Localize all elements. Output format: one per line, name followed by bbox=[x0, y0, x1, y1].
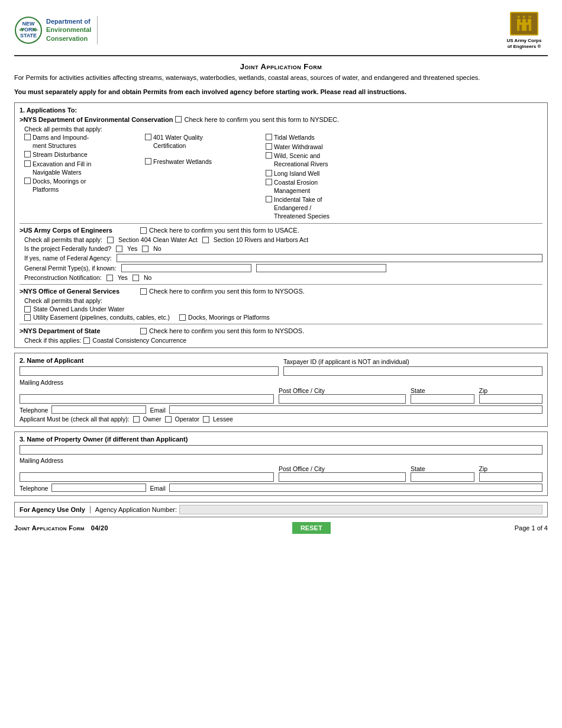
owner-zip-col: Zip bbox=[479, 464, 543, 482]
svg-rect-8 bbox=[522, 19, 526, 25]
nysdec-confirm-text: Check here to confirm you sent this form… bbox=[175, 116, 542, 123]
state-input[interactable] bbox=[411, 394, 474, 404]
nysogs-permits-label: Check all permits that apply: bbox=[24, 297, 542, 304]
form-notice: You must separately apply for and obtain… bbox=[14, 88, 548, 96]
owner-state-col: State bbox=[411, 464, 474, 482]
permit-401: 401 Water QualityCertification bbox=[145, 134, 263, 150]
svg-rect-10 bbox=[519, 25, 522, 31]
permit-stream-checkbox[interactable] bbox=[24, 151, 31, 157]
section-2-title: 2. Name of Applicant bbox=[20, 357, 279, 364]
owner-state-input[interactable] bbox=[411, 472, 474, 482]
usace-row: >US Army Corps of Engineers Check here t… bbox=[20, 227, 542, 234]
permit-tidal: Tidal Wetlands bbox=[266, 134, 384, 142]
permit-401-checkbox[interactable] bbox=[145, 134, 151, 140]
nysdos-confirm-checkbox[interactable] bbox=[140, 328, 147, 334]
permit-tidal-checkbox[interactable] bbox=[266, 134, 272, 140]
usace-confirm-checkbox[interactable] bbox=[140, 227, 147, 234]
telephone-input[interactable] bbox=[51, 405, 146, 414]
taxpayer-id-input[interactable] bbox=[283, 366, 542, 376]
applicant-name-row: 2. Name of Applicant Taxpayer ID (if app… bbox=[20, 357, 542, 377]
nysdec-confirm-checkbox[interactable] bbox=[175, 116, 182, 123]
zip-col: Zip bbox=[479, 386, 543, 404]
owner-post-office-input[interactable] bbox=[279, 472, 406, 482]
permit-ww-checkbox[interactable] bbox=[266, 143, 272, 150]
owner-email-input[interactable] bbox=[169, 484, 542, 492]
divider-2 bbox=[20, 284, 542, 285]
usace-details: Check all permits that apply: Section 40… bbox=[24, 236, 542, 281]
permit-liwell-checkbox[interactable] bbox=[266, 170, 272, 176]
owner-telephone-input[interactable] bbox=[51, 484, 146, 492]
header: NEW YORK STATE Department of Environment… bbox=[14, 11, 548, 56]
permit-col-3: Tidal Wetlands Water Withdrawal Wild, Sc… bbox=[266, 134, 384, 220]
permit-incidental-checkbox[interactable] bbox=[266, 196, 272, 202]
permit-docks-checkbox[interactable] bbox=[24, 178, 31, 184]
nysogs-permit3-checkbox[interactable] bbox=[179, 314, 186, 321]
permit-wild-checkbox[interactable] bbox=[266, 152, 272, 159]
lessee-checkbox[interactable] bbox=[203, 416, 209, 423]
general-permit-row: General Permit Type(s), if known: bbox=[24, 264, 542, 272]
post-office-input[interactable] bbox=[279, 394, 406, 404]
nysogs-permit2-checkbox[interactable] bbox=[24, 314, 31, 321]
section-1-title: 1. Applications To: bbox=[20, 107, 542, 114]
usace-label: >US Army Corps of Engineers bbox=[20, 227, 138, 234]
federally-funded-row: Is the project Federally funded? Yes No bbox=[24, 245, 542, 252]
permit-excavation-checkbox[interactable] bbox=[24, 160, 31, 167]
applicant-name-input[interactable] bbox=[20, 366, 279, 376]
permit-li-incidental-row: Long Island Well bbox=[266, 170, 384, 178]
bottom-bar: Joint Application Form 04/20 RESET Page … bbox=[14, 522, 548, 534]
general-permit-input2[interactable] bbox=[256, 264, 386, 272]
svg-text:NEW: NEW bbox=[22, 21, 35, 27]
nysdos-confirm-text: Check here to confirm you sent this form… bbox=[140, 327, 542, 334]
permit-dams: Dams and Impound-ment Structures bbox=[24, 134, 143, 150]
permit-water-withdrawal-row: Water Withdrawal bbox=[266, 143, 384, 152]
nysogs-label: >NYS Office of General Services bbox=[20, 288, 138, 295]
agency-number-input[interactable] bbox=[179, 505, 542, 514]
svg-rect-7 bbox=[517, 19, 521, 25]
email-input[interactable] bbox=[169, 405, 542, 414]
nysdec-label: >NYS Department of Environmental Conserv… bbox=[20, 116, 173, 123]
nysdos-permit1-checkbox[interactable] bbox=[83, 337, 90, 344]
permit-coastal-erosion-checkbox[interactable] bbox=[266, 179, 272, 185]
telephone-row: Telephone Email bbox=[20, 405, 542, 414]
permit-freshwater-checkbox[interactable] bbox=[145, 158, 151, 165]
nysogs-confirm-text: Check here to confirm you sent this form… bbox=[140, 288, 542, 295]
owner-checkbox[interactable] bbox=[133, 416, 140, 423]
general-permit-input1[interactable] bbox=[121, 264, 251, 272]
reset-button[interactable]: RESET bbox=[292, 522, 331, 534]
usace-404-checkbox[interactable] bbox=[107, 237, 114, 243]
divider-3 bbox=[20, 324, 542, 324]
agency-app-number-field: Agency Application Number: bbox=[95, 505, 542, 514]
nysdos-details: Check if this applies: Coastal Consisten… bbox=[24, 337, 542, 344]
owner-zip-input[interactable] bbox=[479, 472, 543, 482]
property-owner-name-input[interactable] bbox=[20, 445, 542, 455]
svg-text:★ ★ ★: ★ ★ ★ bbox=[516, 14, 531, 20]
nysogs-confirm-checkbox[interactable] bbox=[140, 288, 147, 295]
owner-mailing-input[interactable] bbox=[20, 472, 274, 482]
svg-text:STATE: STATE bbox=[20, 33, 37, 38]
svg-rect-9 bbox=[528, 19, 531, 25]
applicant-type-row: Applicant Must be (check all that apply)… bbox=[20, 415, 542, 423]
mailing-address-label: Mailing Address bbox=[20, 379, 542, 386]
mailing-address-input[interactable] bbox=[20, 394, 274, 404]
permit-dams-checkbox[interactable] bbox=[24, 134, 31, 140]
nysogs-row: >NYS Office of General Services Check he… bbox=[20, 288, 542, 295]
page-info: Page 1 of 4 bbox=[515, 524, 548, 531]
section-3: 3. Name of Property Owner (if different … bbox=[14, 431, 548, 496]
funded-no-checkbox[interactable] bbox=[142, 246, 148, 252]
section-1: 1. Applications To: >NYS Department of E… bbox=[14, 102, 548, 348]
permit-col-1: Dams and Impound-ment Structures Stream … bbox=[24, 134, 143, 220]
operator-checkbox[interactable] bbox=[165, 416, 172, 423]
usace-sec10-checkbox[interactable] bbox=[202, 237, 209, 243]
preconstruction-no-checkbox[interactable] bbox=[133, 275, 139, 281]
preconstruction-yes-checkbox[interactable] bbox=[106, 275, 113, 281]
preconstruction-row: Preconstruction Notification: Yes No bbox=[24, 274, 542, 281]
funded-yes-checkbox[interactable] bbox=[116, 246, 122, 252]
usace-confirm-text: Check here to confirm you sent this form… bbox=[140, 227, 542, 234]
federal-agency-input[interactable] bbox=[117, 254, 542, 262]
address-row: Post Office / City State Zip bbox=[20, 386, 542, 404]
zip-input[interactable] bbox=[479, 394, 543, 404]
form-title: Joint Application Form bbox=[14, 62, 548, 71]
form-subtitle: For Permits for activities activities af… bbox=[14, 73, 548, 82]
nysogs-permit1-checkbox[interactable] bbox=[24, 306, 31, 313]
permit-stream: Stream Disturbance bbox=[24, 151, 143, 159]
